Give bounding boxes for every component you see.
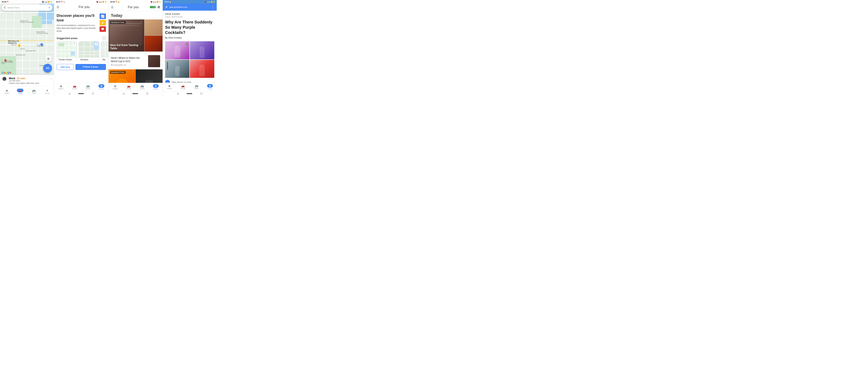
theater-label: Theater District [57, 58, 77, 62]
area-chip-brooklyn[interactable]: ✕ Brooklyn [79, 41, 99, 62]
worldcup-card[interactable]: Here's Where to Watch the World Cup in N… [108, 53, 162, 69]
nav-driving-label: Driving [18, 93, 23, 94]
author-prefix: By [165, 37, 168, 39]
go-label: GO [46, 67, 50, 70]
collage-main-img: MANHATTAN ⋮ New list from Tasting Table [108, 20, 145, 52]
article-menu-button[interactable]: ⋮ [211, 5, 214, 9]
tab-driving-p3[interactable]: 🚗 Driving [122, 83, 135, 91]
gear-icon3[interactable]: ⚙ [157, 5, 160, 9]
tab-foryou-label4: For you [208, 88, 212, 90]
time-panel3: 10:18 [110, 1, 115, 3]
tab-foryou-p4[interactable]: ★ For you [203, 83, 217, 91]
theater-map-thumb: ✕ [57, 41, 77, 58]
mute-icon3: 🔕 [151, 1, 153, 3]
close-tab-button[interactable]: ✕ [165, 5, 168, 9]
tab-explore-p4[interactable]: ◉ Explore [163, 83, 176, 91]
recents-btn2[interactable]: ☐ [92, 92, 94, 95]
tab-foryou-p3[interactable]: ★ For you [149, 83, 162, 91]
ma-label: Ma [101, 58, 108, 62]
follow-areas-button[interactable]: Follow 3 areas [75, 64, 106, 70]
route-note: Fastest route, lighter traffic than usua… [9, 82, 39, 84]
search-bar[interactable]: ☰ Search here 🎙 [2, 4, 52, 11]
area-chip-theater[interactable]: ✕ Theater District [57, 41, 77, 62]
tasting-table-card[interactable]: MANHATTAN ⋮ New list from Tasting Table [108, 20, 162, 52]
add-area-button[interactable]: Add area [57, 64, 74, 70]
theater-remove-btn[interactable]: ✕ [73, 42, 76, 45]
tab-transit-p2[interactable]: 🚌 Transit [81, 83, 95, 91]
mic-icon[interactable]: 🎙 [48, 6, 50, 9]
signal-icon: ▲▲ [44, 1, 48, 3]
tab-driving-p2[interactable]: 🚗 Driving [68, 83, 81, 91]
driving-tab-icon: 🚗 [73, 85, 76, 88]
work-icon: ⬛ [2, 77, 6, 81]
recents-btn4[interactable]: ☐ [200, 92, 203, 95]
cocktail-img-3 [165, 60, 190, 78]
transit-tab-icon3: 🚌 [141, 85, 144, 88]
back-btn3[interactable]: ◁ [123, 92, 124, 95]
nav-foryou[interactable]: ★ For you [40, 87, 54, 96]
tab-transit-label: Transit [86, 88, 90, 90]
area-chip-ma[interactable]: Ma [101, 41, 108, 62]
back-btn2[interactable]: ◁ [68, 92, 70, 95]
panel3-title: For you [117, 5, 150, 9]
status-bar-panel3: 10:18 ⏰ 🔔 🔕 ▲▲ 📶 🔋 [108, 0, 162, 4]
map-label-iris-cafe: Iris Cafe [6, 60, 12, 62]
explore-tab-icon: ◉ [60, 85, 62, 88]
action-buttons: Add area Follow 3 areas [54, 62, 108, 72]
nav-transit-label: Transit [32, 92, 36, 94]
cast-icon: 📡 [63, 1, 65, 3]
second-card[interactable]: MANHATTAN ⋮ [108, 69, 162, 83]
article-date: June 6, 2018 3:24 pm [165, 16, 214, 18]
transit-icon: 🚌 [32, 89, 35, 92]
recents-btn3[interactable]: ☐ [146, 92, 148, 95]
tab-transit-p4[interactable]: 🚌 Transit [190, 83, 203, 91]
more-icon-card2[interactable]: ⋮ [131, 70, 134, 73]
home-btn3[interactable] [132, 93, 138, 94]
map-panel: 10:16 ⏰ 🔕 ▲▲ 📶 🔋 DUMBO [0, 0, 54, 96]
foryou-tab-active-wrap4: ★ [207, 84, 213, 88]
nav-explore[interactable]: ◉ Explore [0, 87, 13, 96]
message-icon-box: 💬 [99, 26, 106, 32]
tab-explore-p2[interactable]: ◉ Explore [54, 83, 68, 91]
mute-icon2: 🔕 [96, 1, 98, 3]
tab-driving-p4[interactable]: 🚗 Driving [176, 83, 190, 91]
bottom-nav-panel1: ◉ Explore 🚗 Driving 🚌 Transit ★ For you [0, 86, 54, 96]
info-icon[interactable]: i [102, 36, 106, 40]
map-label-borough-hall2: Borough Hall [16, 54, 25, 56]
tab-explore-p3[interactable]: ◉ Explore [108, 83, 122, 91]
google-logo: Google [2, 71, 11, 74]
article-title: Why Are There Suddenly So Many Purple Co… [165, 20, 214, 35]
nav-driving[interactable]: 🚗 Driving [13, 87, 27, 96]
time-panel4: 10:19 [164, 1, 169, 3]
home-btn4[interactable] [187, 93, 192, 94]
collage-dark1: MANHATTAN ⋮ [108, 69, 135, 83]
area-chips: ✕ Theater District ✕ Brooklyn [54, 41, 108, 62]
time-panel1: 10:16 [2, 1, 6, 3]
android-nav-panel4: ◁ ☐ [163, 91, 217, 96]
home-btn2[interactable] [78, 93, 84, 94]
battery-icon2: 🔋 [105, 1, 107, 3]
bookmark-icon: 🔖 [151, 6, 153, 8]
signal-icon4: ▲▲ [207, 1, 210, 3]
nav-foryou-label: For you [45, 92, 50, 94]
more-icon-card[interactable]: ⋮ [140, 20, 143, 24]
cocktail-img-4 [190, 60, 214, 78]
back-btn4[interactable]: ◁ [177, 92, 179, 95]
location-button[interactable]: ◎ [45, 55, 52, 62]
hamburger-icon3[interactable]: ☰ [111, 6, 114, 9]
author-name: Chris Crowley [168, 37, 182, 39]
brooklyn-remove-btn[interactable]: ✕ [95, 42, 98, 45]
tab-foryou-p2[interactable]: ★ For you [95, 83, 108, 91]
map-label-wework: WeWork DuHeights (Prospect) [20, 20, 33, 23]
tab-explore-label: Explore [59, 88, 63, 90]
collage-sub2 [145, 36, 162, 52]
explore-tab-icon4: ◉ [168, 84, 170, 88]
mute-icon: 🔕 [42, 1, 44, 3]
hamburger-icon[interactable]: ☰ [4, 6, 6, 9]
tab-transit-p3[interactable]: 🚌 Transit [135, 83, 149, 91]
hamburger-icon2[interactable]: ☰ [57, 5, 59, 9]
suggested-header: Suggested areas i [54, 34, 108, 41]
go-button[interactable]: GO [43, 64, 52, 73]
nav-transit[interactable]: 🚌 Transit [27, 87, 40, 96]
brooklyn-map-thumb: ✕ [79, 41, 99, 58]
